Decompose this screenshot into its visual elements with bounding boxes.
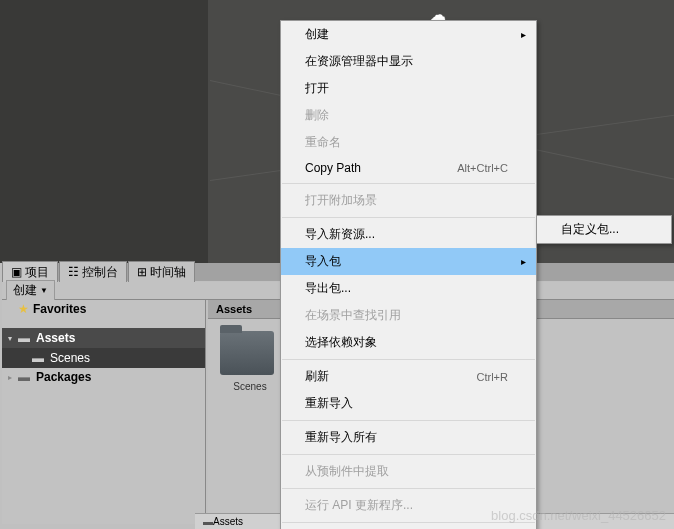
menu-separator [282,217,535,218]
menu-item-11[interactable]: 导出包... [281,275,536,302]
menu-item-0[interactable]: 创建▸ [281,21,536,48]
path-label: Assets [213,516,243,527]
menu-item-label: 导出包... [305,280,351,297]
menu-item-label: 创建 [305,26,329,43]
tab-label: 控制台 [82,265,118,279]
star-icon: ★ [18,302,29,316]
scenes-item[interactable]: ▬ Scenes [2,348,205,368]
menu-item-3: 删除 [281,102,536,129]
expand-arrow-icon: ▾ [8,334,18,343]
chevron-down-icon: ▼ [40,286,48,295]
folder-icon: ▬ [18,331,32,345]
packages-label: Packages [36,370,91,384]
menu-item-18[interactable]: 重新导入所有 [281,424,536,451]
menu-item-13[interactable]: 选择依赖对象 [281,329,536,356]
menu-item-16[interactable]: 重新导入 [281,390,536,417]
project-panel: ★ Favorites ▾ ▬ Assets ▬ Scenes ▸ ▬ Pack… [2,300,206,524]
menu-item-20: 从预制件中提取 [281,458,536,485]
folder-label: Scenes [220,381,280,392]
menu-separator [282,420,535,421]
menu-item-4: 重命名 [281,129,536,156]
tab-console[interactable]: ☷ 控制台 [59,261,127,284]
console-icon: ☷ [68,265,79,279]
folder-icon: ▬ [203,516,213,527]
folder-icon: ▬ [32,351,46,365]
menu-item-label: 在资源管理器中显示 [305,53,413,70]
menu-separator [282,454,535,455]
watermark: blog.csdn.net/weixi_44526652 [491,508,666,523]
create-button[interactable]: 创建 ▼ [6,280,55,301]
tab-label: 时间轴 [150,265,186,279]
menu-item-9[interactable]: 导入新资源... [281,221,536,248]
assets-item[interactable]: ▾ ▬ Assets [2,328,205,348]
import-package-submenu: 自定义包... [536,215,672,244]
menu-item-1[interactable]: 在资源管理器中显示 [281,48,536,75]
menu-item-label: 删除 [305,107,329,124]
expand-arrow-icon: ▸ [8,373,18,382]
menu-item-label: 从预制件中提取 [305,463,389,480]
timeline-icon: ⊞ [137,265,147,279]
menu-separator [282,359,535,360]
packages-item[interactable]: ▸ ▬ Packages [2,368,205,386]
create-label: 创建 [13,282,37,299]
menu-item-label: 选择依赖对象 [305,334,377,351]
tab-timeline[interactable]: ⊞ 时间轴 [128,261,195,284]
menu-item-label: 打开附加场景 [305,192,377,209]
chevron-right-icon: ▸ [521,256,526,267]
menu-shortcut: Ctrl+R [477,371,508,383]
menu-item-label: Copy Path [305,161,361,175]
menu-item-label: 重新导入所有 [305,429,377,446]
menu-item-label: 导入新资源... [305,226,375,243]
submenu-custom-package[interactable]: 自定义包... [537,216,671,243]
favorites-item[interactable]: ★ Favorites [2,300,205,318]
menu-separator [282,183,535,184]
assets-label: Assets [36,331,75,345]
menu-separator [282,488,535,489]
menu-item-label: 运行 API 更新程序... [305,497,413,514]
favorites-label: Favorites [33,302,86,316]
folder-icon: ▬ [18,370,32,384]
scenes-label: Scenes [50,351,90,365]
folder-icon [220,331,274,375]
menu-shortcut: Alt+Ctrl+C [457,162,508,174]
menu-item-10[interactable]: 导入包▸ [281,248,536,275]
menu-item-2[interactable]: 打开 [281,75,536,102]
menu-item-label: 导入包 [305,253,341,270]
menu-item-label: 打开 [305,80,329,97]
menu-item-label: 在场景中查找引用 [305,307,401,324]
menu-item-12: 在场景中查找引用 [281,302,536,329]
tab-label: 项目 [25,265,49,279]
menu-item-label: 刷新 [305,368,329,385]
menu-item-label: 重命名 [305,134,341,151]
menu-item-7: 打开附加场景 [281,187,536,214]
submenu-label: 自定义包... [561,221,619,238]
folder-item-scenes[interactable]: Scenes [220,331,280,392]
menu-item-5[interactable]: Copy PathAlt+Ctrl+C [281,156,536,180]
project-icon: ▣ [11,265,22,279]
chevron-right-icon: ▸ [521,29,526,40]
context-menu: 创建▸在资源管理器中显示打开删除重命名Copy PathAlt+Ctrl+C打开… [280,20,537,529]
menu-item-15[interactable]: 刷新Ctrl+R [281,363,536,390]
menu-item-label: 重新导入 [305,395,353,412]
